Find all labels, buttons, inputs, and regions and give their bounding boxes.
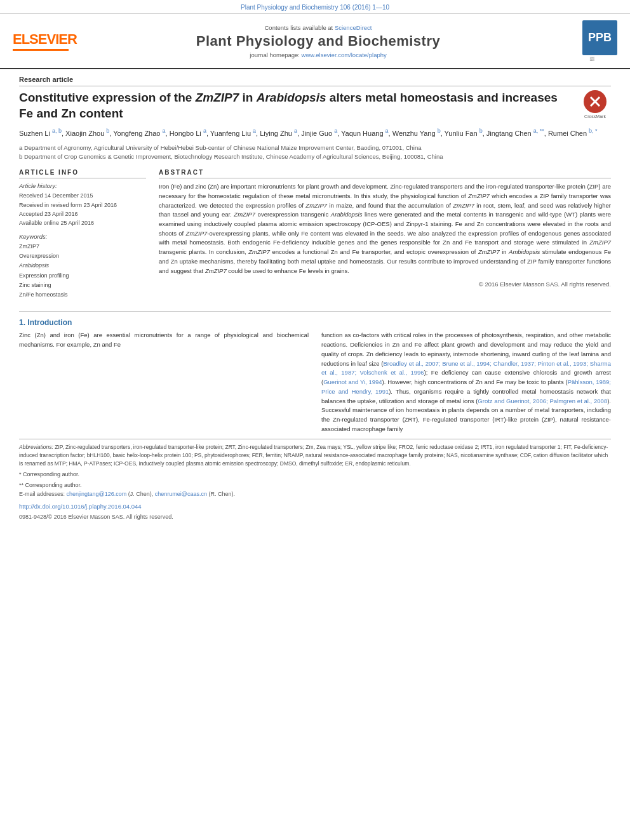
article-body: Research article Constitutive expression… xyxy=(0,69,630,535)
abstract-text: Iron (Fe) and zinc (Zn) are important mi… xyxy=(159,182,611,276)
article-history: Article history: Received 14 December 20… xyxy=(19,182,146,228)
abstract-panel: ABSTRACT Iron (Fe) and zinc (Zn) are imp… xyxy=(159,169,611,305)
section-divider xyxy=(19,311,611,312)
intro-right-text: function as co-factors with critical rol… xyxy=(321,331,611,434)
abstract-label: ABSTRACT xyxy=(159,169,611,178)
intro-columns: Zinc (Zn) and iron (Fe) are essential mi… xyxy=(19,331,611,434)
abbreviations-note: Abbreviations: ZIP, Zinc-regulated trans… xyxy=(19,443,611,467)
article-info-label: ARTICLE INFO xyxy=(19,169,146,178)
journal-citation: Plant Physiology and Biochemistry 106 (2… xyxy=(0,0,630,14)
corresponding-note-1: * Corresponding author. xyxy=(19,470,611,479)
elsevier-logo: ELSEVIER xyxy=(13,31,70,51)
intro-left-col: Zinc (Zn) and iron (Fe) are essential mi… xyxy=(19,331,309,434)
info-abstract-columns: ARTICLE INFO Article history: Received 1… xyxy=(19,169,611,305)
journal-title: Plant Physiology and Biochemistry xyxy=(70,33,566,50)
article-title: Constitutive expression of the ZmZIP7 in… xyxy=(19,90,573,121)
crossmark-badge: CrossMark xyxy=(579,90,611,119)
keyword-list: ZmZIP7 Overexpression Arabidopsis Expres… xyxy=(19,242,146,300)
article-type-label: Research article xyxy=(19,76,611,86)
doi-link[interactable]: http://dx.doi.org/10.1016/j.plaphy.2016.… xyxy=(19,502,611,511)
article-keywords: Keywords: ZmZIP7 Overexpression Arabidop… xyxy=(19,233,146,300)
article-title-row: Constitutive expression of the ZmZIP7 in… xyxy=(19,90,611,121)
sciencedirect-link: Contents lists available at ScienceDirec… xyxy=(70,24,566,31)
journal-homepage: journal homepage: www.elsevier.com/locat… xyxy=(70,51,566,58)
affiliations: a Department of Agronomy, Agricultural U… xyxy=(19,143,611,162)
intro-left-text: Zinc (Zn) and iron (Fe) are essential mi… xyxy=(19,331,309,349)
email-addresses: E-mail addresses: chenjingtang@126.com (… xyxy=(19,490,611,499)
ppb-logo-box: PPB xyxy=(582,20,617,55)
journal-title-block: Contents lists available at ScienceDirec… xyxy=(70,24,566,58)
copyright-notice: © 2016 Elsevier Masson SAS. All rights r… xyxy=(159,281,611,288)
authors-list: Suzhen Li a, b, Xiaojin Zhou b, Yongfeng… xyxy=(19,126,611,139)
article-info-panel: ARTICLE INFO Article history: Received 1… xyxy=(19,169,146,305)
introduction-section: 1. Introduction Zinc (Zn) and iron (Fe) … xyxy=(19,318,611,434)
issn-line: 0981-9428/© 2016 Elsevier Masson SAS. Al… xyxy=(19,513,611,522)
ppb-logo: PPB 📰 xyxy=(566,20,617,62)
intro-heading: 1. Introduction xyxy=(19,318,611,327)
corresponding-note-2: ** Corresponding author. xyxy=(19,481,611,490)
intro-right-col: function as co-factors with critical rol… xyxy=(321,331,611,434)
footnotes-section: Abbreviations: ZIP, Zinc-regulated trans… xyxy=(19,439,611,522)
journal-header: ELSEVIER Contents lists available at Sci… xyxy=(0,14,630,69)
